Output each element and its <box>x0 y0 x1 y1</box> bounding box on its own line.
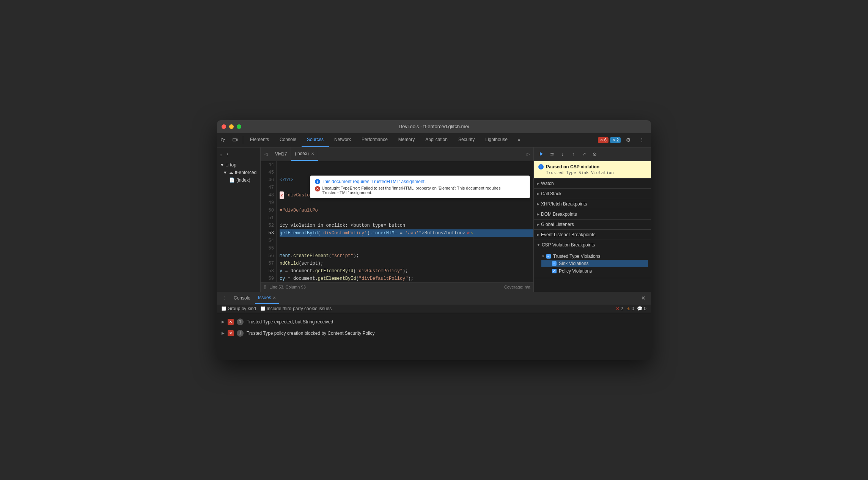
tab-network[interactable]: Network <box>329 133 356 147</box>
call-stack-section-header[interactable]: ▶ Call Stack <box>534 189 651 199</box>
source-tab-back-btn[interactable]: ◁ <box>261 149 271 159</box>
tab-elements[interactable]: Elements <box>245 133 274 147</box>
error-count: 6 <box>604 138 607 142</box>
sink-checkbox[interactable] <box>552 261 557 266</box>
cloud-icon: ☁ <box>229 170 233 175</box>
inspect-element-btn[interactable] <box>217 134 229 146</box>
code-line-57: ndChild(script); <box>280 260 533 267</box>
issue-row-1[interactable]: ▶ ✕ 1 Trusted Type policy creation block… <box>217 328 651 339</box>
line-num-58: 58 <box>263 267 274 275</box>
source-run-btn[interactable]: ▷ <box>523 149 533 159</box>
tab-performance[interactable]: Performance <box>356 133 393 147</box>
code-line-44 <box>280 161 533 169</box>
error-popup-info-text: This document requires 'TrustedHTML' ass… <box>322 179 426 184</box>
tab-console[interactable]: Console <box>274 133 302 147</box>
issue-row-0[interactable]: ▶ ✕ 1 Trusted Type expected, but String … <box>217 316 651 328</box>
policy-violations-item[interactable]: Policy Violations <box>541 267 648 275</box>
issue-badge-0: ✕ <box>228 319 234 325</box>
debug-toolbar: ↓ ↑ ↗ ⊘ <box>534 147 651 161</box>
event-section-header[interactable]: ▶ Event Listener Breakpoints <box>534 230 651 240</box>
call-stack-label: Call Stack <box>541 191 561 196</box>
issues-tab-label: Issues <box>258 295 271 300</box>
issues-tab[interactable]: Issues ✕ <box>255 292 279 304</box>
coverage-label: Coverage: n/a <box>504 285 530 289</box>
file-tree-item-top[interactable]: ▼ □ top <box>217 161 260 169</box>
line-num-55: 55 <box>263 245 274 252</box>
source-area[interactable]: i This document requires 'TrustedHTML' a… <box>261 161 533 282</box>
file-tree-label-top: top <box>230 162 236 168</box>
issues-tab-close[interactable]: ✕ <box>273 296 276 300</box>
dom-section-header[interactable]: ▶ DOM Breakpoints <box>534 209 651 219</box>
source-tab-vm17[interactable]: VM17 <box>271 147 291 161</box>
close-button[interactable] <box>222 124 226 129</box>
warning-badge-icon: ✕ <box>612 138 615 143</box>
settings-btn[interactable]: ⚙ <box>622 134 634 146</box>
toolbar-separator <box>243 136 243 144</box>
issue-expand-1[interactable]: ▶ <box>222 331 225 335</box>
minimize-button[interactable] <box>229 124 234 129</box>
line-num-56: 56 <box>263 252 274 260</box>
bottom-menu-icon[interactable]: ⋮ <box>220 293 229 303</box>
error-popup-info-line: i This document requires 'TrustedHTML' a… <box>315 179 525 184</box>
console-tab[interactable]: Console <box>231 292 253 304</box>
global-section: ▶ Global Listeners <box>534 220 651 230</box>
resume-btn[interactable] <box>537 149 546 158</box>
code-line-45 <box>280 169 533 176</box>
traffic-lights <box>222 124 241 129</box>
policy-label: Policy Violations <box>559 268 592 274</box>
warning-badge[interactable]: ✕ 2 <box>610 137 621 143</box>
tab-application[interactable]: Application <box>420 133 453 147</box>
dom-section: ▶ DOM Breakpoints <box>534 209 651 220</box>
frame-icon: □ <box>226 162 228 168</box>
nav-tabs: Elements Console Sources Network Perform… <box>245 133 598 147</box>
device-toggle-btn[interactable] <box>229 134 241 146</box>
sink-violations-item[interactable]: Sink Violations <box>541 260 648 267</box>
file-tree: » ⋮ ▼ □ top ▼ ☁ tt-enforced 📄 (index) <box>217 147 261 292</box>
tab-lighthouse[interactable]: Lighthouse <box>480 133 513 147</box>
line-numbers: 44 45 46 47 48 49 50 51 52 53 54 55 <box>261 161 277 282</box>
maximize-button[interactable] <box>237 124 241 129</box>
step-out-btn[interactable]: ↑ <box>569 149 578 158</box>
watch-section-header[interactable]: ▶ Watch <box>534 179 651 188</box>
warning-count-bottom: 0 <box>632 306 634 311</box>
policy-checkbox[interactable] <box>552 269 557 273</box>
file-tree-item-tt-enforced[interactable]: ▼ ☁ tt-enforced <box>217 169 260 176</box>
third-party-cookies-checkbox[interactable] <box>261 306 265 311</box>
line-num-45: 45 <box>263 169 274 176</box>
source-tab-close-btn[interactable]: ✕ <box>311 152 314 156</box>
line-num-47: 47 <box>263 184 274 191</box>
trusted-type-subsection-header[interactable]: ▼ Trusted Type Violations <box>541 253 648 260</box>
file-tree-item-index[interactable]: 📄 (index) <box>217 176 260 184</box>
warning-count-badge: ⚠ 0 <box>626 306 634 311</box>
toolbar-right: ✕ 6 ✕ 2 ⚙ ⋮ <box>598 134 651 146</box>
source-tab-index[interactable]: (index) ✕ <box>291 147 318 161</box>
code-line-54 <box>280 237 533 245</box>
step-over-btn[interactable] <box>547 149 557 158</box>
deactivate-breakpoints-btn[interactable]: ⊘ <box>590 149 599 158</box>
trusted-type-subsection: ▼ Trusted Type Violations Sink Violation… <box>534 251 651 276</box>
group-by-kind-checkbox[interactable] <box>222 306 226 311</box>
code-line-53: getElementById('divCustomPolicy').innerH… <box>280 229 533 237</box>
step-btn[interactable]: ↗ <box>579 149 588 158</box>
format-btn[interactable]: {} <box>264 285 266 289</box>
more-tabs-btn[interactable]: » <box>513 134 525 146</box>
tt-checkbox[interactable] <box>546 254 551 259</box>
third-party-cookies-label[interactable]: Include third-party cookie issues <box>261 306 332 311</box>
error-icon-53: ⊗ <box>467 229 470 237</box>
issue-expand-0[interactable]: ▶ <box>222 320 225 324</box>
line-num-51: 51 <box>263 214 274 222</box>
csp-section-header[interactable]: ▼ CSP Violation Breakpoints <box>534 240 651 250</box>
xhr-triangle-icon: ▶ <box>537 202 539 206</box>
csp-triangle-icon: ▼ <box>537 243 540 247</box>
info-circle-icon: i <box>315 179 320 184</box>
group-by-kind-label[interactable]: Group by kind <box>222 306 256 311</box>
tab-memory[interactable]: Memory <box>393 133 420 147</box>
close-bottom-panel-btn[interactable]: ✕ <box>639 293 648 303</box>
global-section-header[interactable]: ▶ Global Listeners <box>534 220 651 229</box>
tab-sources[interactable]: Sources <box>302 133 329 147</box>
error-badge[interactable]: ✕ 6 <box>598 137 609 143</box>
step-into-btn[interactable]: ↓ <box>558 149 567 158</box>
more-options-btn[interactable]: ⋮ <box>636 134 648 146</box>
tab-security[interactable]: Security <box>453 133 480 147</box>
xhr-section-header[interactable]: ▶ XHR/fetch Breakpoints <box>534 199 651 209</box>
